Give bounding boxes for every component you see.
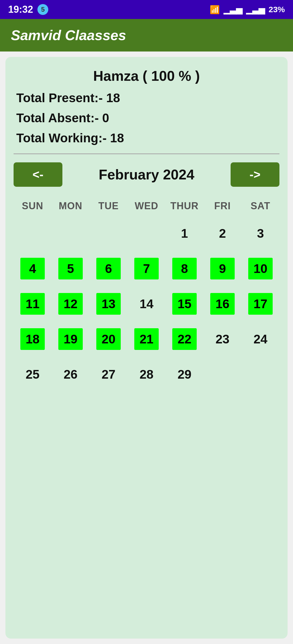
weekday-header: MON [52, 198, 90, 214]
calendar-day-cell[interactable]: 28 [128, 361, 165, 388]
calendar-day-cell[interactable]: 6 [90, 255, 128, 282]
calendar-day-cell: 0 [203, 361, 241, 388]
day-number: 29 [172, 363, 197, 385]
present-day: 21 [134, 328, 159, 350]
day-number: 2 [210, 223, 235, 244]
day-number: 25 [20, 363, 45, 385]
next-month-button[interactable]: -> [231, 162, 279, 187]
calendar-day-cell[interactable]: 16 [203, 290, 241, 317]
calendar-day-cell[interactable]: 1 [165, 220, 203, 247]
calendar-day-cell[interactable]: 5 [52, 255, 90, 282]
wifi-icon: 📶 [210, 5, 220, 14]
present-day: 10 [248, 258, 273, 279]
day-number: 23 [210, 328, 235, 350]
calendar-day-cell[interactable]: 7 [128, 255, 165, 282]
total-present: Total Present:- 18 [14, 91, 279, 105]
calendar-day-cell[interactable]: 10 [241, 255, 279, 282]
signal-icon-1: ▁▃▅ [224, 5, 242, 14]
notification-badge: 5 [37, 4, 48, 15]
present-day: 22 [172, 328, 197, 350]
total-absent: Total Absent:- 0 [14, 111, 279, 125]
present-day: 13 [96, 293, 121, 315]
present-day: 5 [58, 258, 83, 279]
divider [14, 153, 279, 154]
day-number: 26 [58, 363, 83, 385]
present-day: 7 [134, 258, 159, 279]
status-right: 📶 ▁▃▅ ▁▃▅ 23% [210, 5, 285, 14]
status-left: 19:32 5 [8, 4, 48, 15]
calendar-day-cell[interactable]: 27 [90, 361, 128, 388]
calendar-day-cell[interactable]: 15 [165, 290, 203, 317]
calendar-day-cell[interactable]: 3 [241, 220, 279, 247]
calendar-day-cell[interactable]: 22 [165, 326, 203, 353]
calendar-day-cell: 0 [14, 220, 52, 247]
status-time: 19:32 [8, 4, 33, 15]
calendar-day-cell[interactable]: 9 [203, 255, 241, 282]
present-day: 17 [248, 293, 273, 315]
month-title: February 2024 [99, 166, 195, 183]
weekday-header: SAT [241, 198, 279, 214]
prev-month-button[interactable]: <- [14, 162, 62, 187]
present-day: 9 [210, 258, 235, 279]
calendar-day-cell: 0 [128, 220, 165, 247]
calendar-day-cell[interactable]: 12 [52, 290, 90, 317]
calendar-day-cell[interactable]: 11 [14, 290, 52, 317]
weekday-header: FRI [203, 198, 241, 214]
day-number: 1 [172, 223, 197, 244]
calendar-day-cell[interactable]: 19 [52, 326, 90, 353]
calendar-day-cell[interactable]: 4 [14, 255, 52, 282]
calendar-day-cell[interactable]: 25 [14, 361, 52, 388]
day-number: 3 [248, 223, 273, 244]
student-name: Hamza ( 100 % ) [14, 68, 279, 84]
calendar-day-cell[interactable]: 24 [241, 326, 279, 353]
present-day: 18 [20, 328, 45, 350]
weekday-header: TUE [90, 198, 128, 214]
student-info: Hamza ( 100 % ) Total Present:- 18 Total… [14, 68, 279, 145]
calendar-day-cell: 0 [241, 361, 279, 388]
calendar-day-cell: 0 [90, 220, 128, 247]
calendar: SUNMONTUEWEDTHURFRISAT 00001234567891011… [14, 198, 279, 388]
day-number: 14 [134, 293, 159, 315]
calendar-day-cell[interactable]: 14 [128, 290, 165, 317]
present-day: 6 [96, 258, 121, 279]
calendar-day-cell[interactable]: 20 [90, 326, 128, 353]
calendar-day-cell[interactable]: 23 [203, 326, 241, 353]
calendar-day-cell[interactable]: 29 [165, 361, 203, 388]
present-day: 4 [20, 258, 45, 279]
day-number: 24 [248, 328, 273, 350]
present-day: 20 [96, 328, 121, 350]
weekday-header: WED [128, 198, 165, 214]
present-day: 12 [58, 293, 83, 315]
total-working: Total Working:- 18 [14, 131, 279, 145]
present-day: 19 [58, 328, 83, 350]
battery-status: 23% [269, 5, 285, 14]
calendar-day-cell[interactable]: 26 [52, 361, 90, 388]
calendar-day-cell[interactable]: 8 [165, 255, 203, 282]
calendar-grid: 0000123456789101112131415161718192021222… [14, 220, 279, 388]
day-number: 28 [134, 363, 159, 385]
calendar-header: SUNMONTUEWEDTHURFRISAT [14, 198, 279, 214]
main-content: Hamza ( 100 % ) Total Present:- 18 Total… [5, 57, 288, 639]
calendar-day-cell[interactable]: 17 [241, 290, 279, 317]
status-bar: 19:32 5 📶 ▁▃▅ ▁▃▅ 23% [0, 0, 293, 19]
app-bar: Samvid Claasses [0, 19, 293, 51]
weekday-header: SUN [14, 198, 52, 214]
present-day: 15 [172, 293, 197, 315]
calendar-day-cell[interactable]: 18 [14, 326, 52, 353]
present-day: 11 [20, 293, 45, 315]
signal-icon-2: ▁▃▅ [246, 5, 265, 14]
day-number: 27 [96, 363, 121, 385]
app-title: Samvid Claasses [11, 27, 126, 43]
month-nav: <- February 2024 -> [14, 162, 279, 187]
calendar-day-cell: 0 [52, 220, 90, 247]
present-day: 16 [210, 293, 235, 315]
present-day: 8 [172, 258, 197, 279]
calendar-day-cell[interactable]: 13 [90, 290, 128, 317]
calendar-day-cell[interactable]: 2 [203, 220, 241, 247]
weekday-header: THUR [165, 198, 203, 214]
calendar-day-cell[interactable]: 21 [128, 326, 165, 353]
